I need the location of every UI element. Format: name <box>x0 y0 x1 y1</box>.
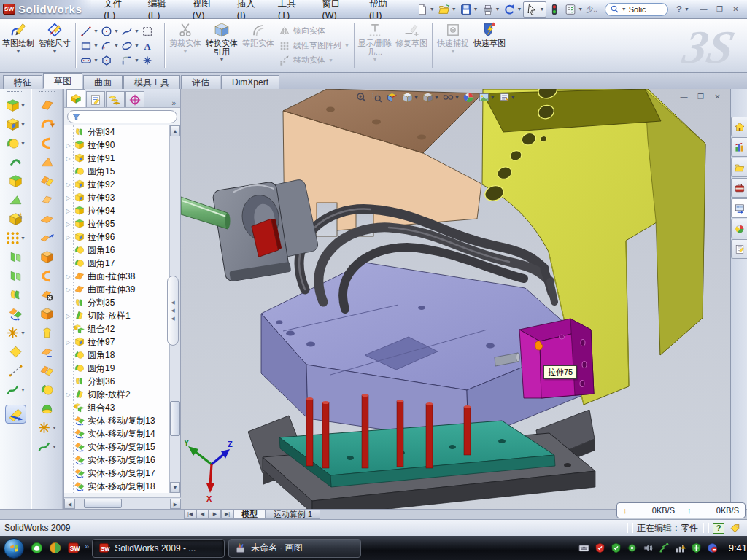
taskbar-button[interactable]: SWSolidWorks 2009 - ... <box>92 539 225 558</box>
custom-properties-tab[interactable] <box>731 239 747 259</box>
display-delete-relations-button[interactable]: 显示/删除几...▼ <box>357 19 393 72</box>
swept-surface-button[interactable] <box>39 133 55 152</box>
configuration-manager-tab[interactable] <box>106 91 125 107</box>
sketch-fillet-icon-caret[interactable]: ▼ <box>134 58 140 63</box>
view-settings-button[interactable]: ▼ <box>498 90 516 104</box>
tag-icon[interactable] <box>729 523 741 534</box>
save-button[interactable]: ▼ <box>458 2 480 17</box>
swept-boss-button[interactable] <box>8 152 23 171</box>
move-body-button[interactable] <box>8 304 23 323</box>
tree-item[interactable]: ▷拉伸90 <box>64 139 169 152</box>
slot-button[interactable] <box>80 54 93 67</box>
scroll-up-button[interactable]: ▲ <box>170 125 180 136</box>
spline2-button[interactable]: ▼ <box>36 437 57 456</box>
doc-minimize-button[interactable]: — <box>677 90 691 102</box>
select-cursor-button[interactable]: ▼ <box>523 1 546 18</box>
new-document-button[interactable]: ▼ <box>414 2 436 17</box>
rebuild-button[interactable] <box>546 2 562 17</box>
tooling-split-button[interactable] <box>39 380 55 399</box>
smart-dimension-button[interactable]: 智能尺寸▼ <box>36 19 73 72</box>
model-nav-button-3[interactable]: ▶| <box>221 510 233 519</box>
draft-button[interactable] <box>8 190 23 209</box>
polygon-button[interactable] <box>100 54 113 67</box>
undo-button[interactable]: ▼ <box>501 2 523 17</box>
mirror-entities-button[interactable]: 镜向实体 <box>279 25 349 38</box>
offset-entities-button[interactable]: 等距实体 <box>240 19 276 72</box>
extrude-cut-button[interactable]: ▼ <box>5 114 26 133</box>
view-orientation-button[interactable]: ▼ <box>400 90 419 104</box>
model-nav-button-2[interactable]: ▶ <box>209 510 221 519</box>
select-cursor-icon-caret[interactable]: ▼ <box>539 7 544 12</box>
tab-DimXpert[interactable]: DimXpert <box>221 75 279 89</box>
tree-item[interactable]: 分割34 <box>64 125 169 139</box>
print-icon-caret[interactable]: ▼ <box>495 7 500 12</box>
gear-icon[interactable] <box>626 542 638 554</box>
tree-item[interactable]: ▷拉伸95 <box>64 217 169 230</box>
panel-splitter-handle[interactable]: ◀ ◀ ◀ <box>167 276 179 346</box>
delete-face-button[interactable] <box>39 285 55 304</box>
move-entities-button-caret[interactable]: ▼ <box>328 58 333 63</box>
section-view-button[interactable] <box>385 90 399 104</box>
zoom-area-button[interactable] <box>370 90 384 104</box>
panel-overflow-button[interactable]: » <box>171 99 176 107</box>
magenta-insert-body[interactable] <box>519 319 594 398</box>
tree-item[interactable]: 圆角17 <box>64 257 169 270</box>
model-tab-模型[interactable]: 模型 <box>233 510 266 519</box>
tree-item[interactable]: ▷拉伸96 <box>64 230 169 244</box>
circle-icon-caret[interactable]: ▼ <box>114 28 120 34</box>
sketch-fillet-button[interactable] <box>120 54 133 67</box>
boundary-surface-button[interactable] <box>39 152 55 171</box>
view-palette-tab[interactable] <box>731 198 747 218</box>
toolbox-tab[interactable] <box>731 178 747 198</box>
tree-item[interactable]: 实体-移动/复制15 <box>64 440 169 454</box>
extruded-surface-button[interactable] <box>39 96 55 114</box>
tree-item[interactable]: ▷拉伸93 <box>64 191 169 204</box>
untrim-surface-button[interactable] <box>39 190 55 209</box>
trim-entities-button-caret[interactable]: ▼ <box>183 49 188 54</box>
menu-5[interactable]: 窗口(W) <box>314 0 361 18</box>
tree-item[interactable]: 实体-移动/复制13 <box>64 414 169 427</box>
network-warning-icon[interactable]: ! <box>674 542 686 554</box>
tree-item[interactable]: ▷曲面-拉伸39 <box>64 283 169 296</box>
dimxpert-manager-tab[interactable] <box>125 91 144 107</box>
offset-surface-button[interactable] <box>39 266 55 285</box>
reference-axis-button[interactable] <box>8 361 23 380</box>
line-icon-caret[interactable]: ▼ <box>93 28 99 34</box>
ime-keyboard-icon[interactable] <box>578 542 590 554</box>
rectangle-button[interactable] <box>80 39 93 52</box>
tree-item[interactable]: 实体-移动/复制18 <box>64 480 169 493</box>
tree-item[interactable]: 圆角18 <box>64 349 169 362</box>
tab-评估[interactable]: 评估 <box>181 75 220 89</box>
graphics-viewport[interactable]: Y Z X ▼▼▼▼▼ — ❐ ✕ 拉伸75 <box>181 89 730 509</box>
rib-button[interactable] <box>8 247 23 266</box>
revolved-surface-button[interactable] <box>39 114 55 133</box>
view-orientation-icon-caret[interactable]: ▼ <box>414 95 419 100</box>
point2-icon-caret[interactable]: ▼ <box>52 425 57 430</box>
reference-point-button[interactable]: ▼ <box>5 323 26 342</box>
quick-launch-chevron[interactable]: » <box>85 542 89 551</box>
tree-item[interactable]: 圆角16 <box>64 244 169 257</box>
expand-arrow-icon[interactable]: ▷ <box>65 273 71 280</box>
solidworks-quick-icon[interactable]: SW <box>66 541 80 555</box>
help-button[interactable]: ? <box>674 4 684 15</box>
search-caret-icon[interactable]: ▼ <box>622 7 627 12</box>
menu-6[interactable]: 帮助(H) <box>362 0 407 18</box>
zoom-fit-button[interactable] <box>355 90 368 104</box>
planar-surface-button[interactable] <box>39 209 55 228</box>
minimize-button[interactable]: — <box>697 3 711 15</box>
tab-模具工具[interactable]: 模具工具 <box>123 75 180 89</box>
quick-tips-icon[interactable]: ? <box>713 523 724 534</box>
scroll-thumb[interactable] <box>170 401 180 436</box>
move-entities-button[interactable]: 移动实体▼ <box>279 54 349 67</box>
vpn-icon[interactable] <box>658 542 670 554</box>
tab-曲面[interactable]: 曲面 <box>83 75 123 89</box>
start-button[interactable] <box>4 538 24 559</box>
scene-icon-caret[interactable]: ▼ <box>490 95 495 100</box>
tree-item[interactable]: 圆角15 <box>64 165 169 178</box>
extrude-boss-icon-caret[interactable]: ▼ <box>20 103 26 108</box>
save-icon-caret[interactable]: ▼ <box>473 7 479 12</box>
antivirus-icon[interactable] <box>594 542 606 554</box>
reference-point-icon-caret[interactable]: ▼ <box>20 330 26 335</box>
expand-arrow-icon[interactable]: ▷ <box>65 182 71 188</box>
shut-off-button[interactable] <box>39 361 55 380</box>
